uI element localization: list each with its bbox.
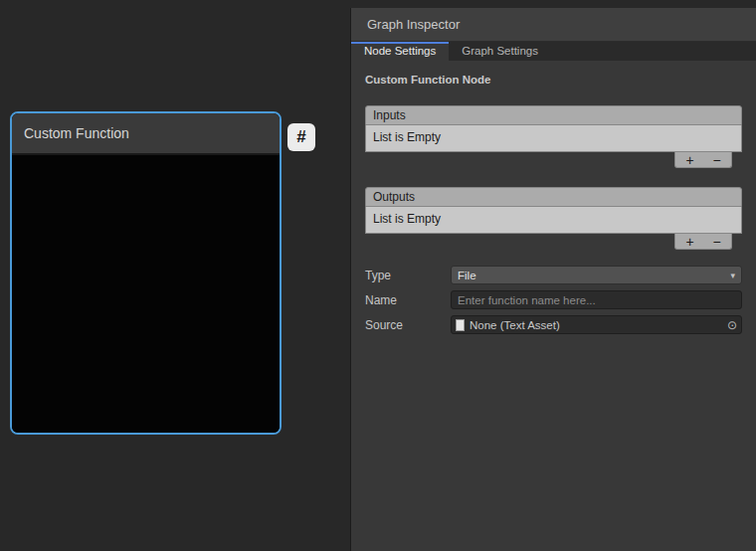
- tab-graph-settings[interactable]: Graph Settings: [449, 42, 551, 61]
- type-row: Type File ▾: [365, 266, 742, 284]
- panel-title-bar[interactable]: Graph Inspector: [351, 8, 756, 42]
- graph-inspector-panel: Graph Inspector Node Settings Graph Sett…: [350, 8, 756, 551]
- text-asset-icon: [456, 319, 465, 331]
- outputs-add-button[interactable]: +: [676, 235, 703, 249]
- source-object-value: None (Text Asset): [470, 319, 560, 331]
- source-row: Source None (Text Asset) ⊙: [365, 315, 742, 334]
- outputs-list-footer: + −: [365, 234, 742, 251]
- panel-title: Graph Inspector: [367, 17, 460, 32]
- inputs-list-footer: + −: [365, 152, 742, 169]
- name-row: Name: [365, 290, 742, 309]
- node-title-bar[interactable]: Custom Function: [12, 113, 280, 155]
- type-dropdown-value: File: [458, 270, 476, 281]
- type-dropdown[interactable]: File ▾: [451, 266, 742, 284]
- graph-canvas[interactable]: Custom Function # Graph Inspector Node S…: [0, 0, 756, 551]
- type-label: Type: [365, 269, 451, 282]
- outputs-list-empty-row: List is Empty: [365, 207, 742, 234]
- chevron-down-icon: ▾: [730, 271, 735, 280]
- custom-function-hash-icon: #: [287, 123, 315, 151]
- outputs-list-title: Outputs: [373, 190, 415, 204]
- custom-function-node[interactable]: Custom Function: [10, 111, 282, 435]
- node-preview-area: [12, 155, 280, 435]
- tab-bar: Node Settings Graph Settings: [351, 42, 756, 61]
- inputs-remove-button[interactable]: −: [703, 153, 730, 167]
- object-picker-icon[interactable]: ⊙: [723, 316, 741, 333]
- inputs-add-button[interactable]: +: [676, 153, 703, 167]
- inputs-list: Inputs List is Empty + −: [365, 105, 742, 169]
- function-name-input[interactable]: [451, 290, 742, 309]
- source-object-field[interactable]: None (Text Asset) ⊙: [451, 315, 742, 334]
- inspector-content: Custom Function Node Inputs List is Empt…: [351, 74, 756, 334]
- inputs-list-empty-row: List is Empty: [365, 125, 742, 152]
- property-rows: Type File ▾ Name Source None (Text Asset…: [365, 266, 742, 334]
- name-label: Name: [365, 293, 451, 307]
- tab-node-settings[interactable]: Node Settings: [351, 42, 449, 61]
- outputs-list-header: Outputs: [365, 187, 742, 207]
- node-title: Custom Function: [24, 125, 129, 141]
- inputs-list-header: Inputs: [365, 105, 742, 125]
- outputs-remove-button[interactable]: −: [703, 235, 730, 249]
- inputs-list-title: Inputs: [373, 108, 406, 122]
- section-title: Custom Function Node: [365, 74, 742, 86]
- source-label: Source: [365, 318, 451, 332]
- outputs-list: Outputs List is Empty + −: [365, 187, 742, 251]
